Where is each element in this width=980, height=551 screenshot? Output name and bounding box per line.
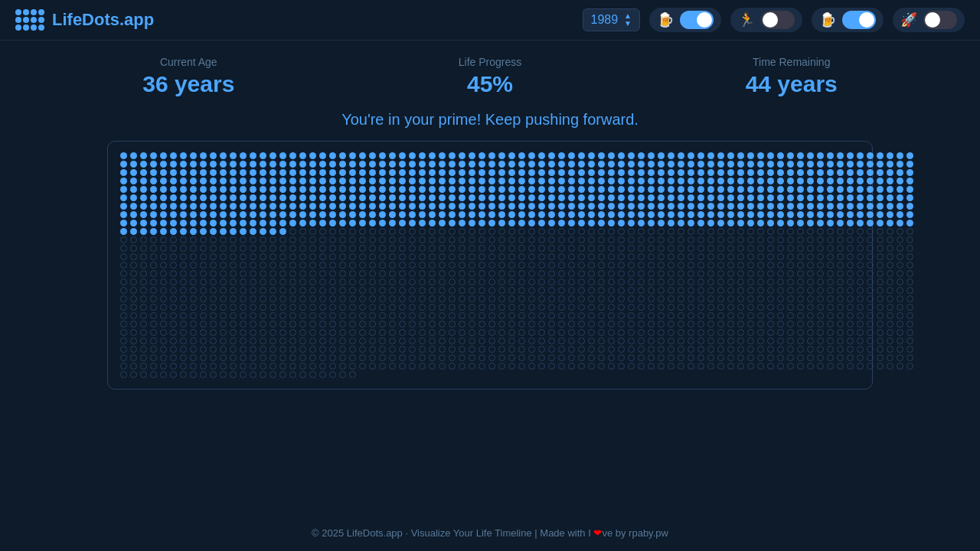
toggle-group-2: 🏃	[730, 8, 802, 32]
dot	[518, 354, 525, 361]
dot	[419, 245, 426, 252]
dot	[140, 203, 147, 210]
dot	[598, 312, 605, 319]
dot	[797, 262, 804, 269]
dot	[180, 245, 187, 252]
dot	[787, 354, 794, 361]
dot	[260, 329, 266, 336]
dot	[270, 236, 276, 243]
dot	[498, 253, 505, 260]
dot	[608, 346, 615, 353]
dot	[548, 321, 555, 328]
dot	[240, 228, 247, 235]
dot	[130, 279, 137, 285]
dot	[120, 363, 127, 370]
dot	[419, 337, 426, 344]
dot	[250, 211, 256, 218]
dot	[279, 178, 286, 184]
dot	[877, 211, 884, 218]
dot	[568, 236, 575, 243]
dot	[568, 329, 575, 336]
dot	[488, 354, 495, 361]
dot	[479, 279, 485, 285]
year-selector[interactable]: 1989 ▲ ▼	[583, 8, 641, 31]
dot	[827, 287, 834, 294]
dot	[528, 321, 535, 328]
dot	[260, 203, 266, 210]
dot	[329, 354, 336, 361]
dot	[747, 287, 754, 294]
dot	[449, 178, 456, 184]
dot	[737, 203, 744, 210]
dot	[190, 152, 197, 159]
toggle-switch-4[interactable]	[923, 11, 957, 29]
dot	[568, 321, 575, 328]
dot	[289, 194, 296, 201]
dot	[329, 253, 336, 260]
dot	[399, 203, 406, 210]
dot	[449, 169, 456, 176]
dot	[847, 304, 854, 311]
dot	[130, 329, 137, 336]
dot	[479, 228, 485, 235]
dot	[797, 220, 804, 227]
dot	[688, 220, 694, 227]
dot	[588, 329, 595, 336]
dot	[897, 194, 903, 201]
dot	[688, 346, 694, 353]
toggle-switch-1[interactable]	[680, 11, 714, 29]
dot	[270, 321, 276, 328]
dot	[160, 304, 167, 311]
dot	[558, 245, 565, 252]
dot	[688, 236, 694, 243]
dot	[439, 236, 446, 243]
dot	[817, 270, 824, 277]
dot	[887, 312, 893, 319]
dot	[130, 354, 137, 361]
dot	[688, 321, 694, 328]
dot	[737, 253, 744, 260]
dot	[827, 169, 834, 176]
dot	[827, 329, 834, 336]
dot	[727, 287, 734, 294]
dot	[469, 194, 475, 201]
dot	[638, 228, 645, 235]
dot	[419, 178, 426, 184]
dot	[568, 211, 575, 218]
dot	[379, 152, 386, 159]
dot	[887, 253, 893, 260]
year-down-arrow[interactable]: ▼	[624, 20, 632, 28]
dot	[777, 287, 784, 294]
dot	[668, 337, 675, 344]
dot	[598, 304, 605, 311]
dot	[479, 262, 485, 269]
year-arrows[interactable]: ▲ ▼	[624, 12, 632, 28]
dot	[469, 203, 475, 210]
dot	[399, 321, 406, 328]
dot	[558, 228, 565, 235]
dot	[439, 253, 446, 260]
dot	[837, 270, 844, 277]
toggle-switch-2[interactable]	[761, 11, 795, 29]
dot	[359, 253, 366, 260]
toggle-switch-3[interactable]	[842, 11, 876, 29]
dot	[260, 354, 266, 361]
dot	[518, 287, 525, 294]
dot	[737, 312, 744, 319]
dot	[558, 262, 565, 269]
dot	[369, 262, 376, 269]
dot	[717, 161, 724, 168]
dot	[608, 270, 615, 277]
dot	[260, 220, 266, 227]
dot	[528, 279, 535, 285]
dot	[140, 169, 147, 176]
dot	[349, 178, 356, 184]
dot	[459, 253, 466, 260]
dot	[359, 337, 366, 344]
dot	[648, 194, 655, 201]
dot	[260, 253, 266, 260]
dot	[180, 363, 187, 370]
dot	[707, 245, 714, 252]
dot	[678, 329, 684, 336]
dot	[319, 211, 326, 218]
